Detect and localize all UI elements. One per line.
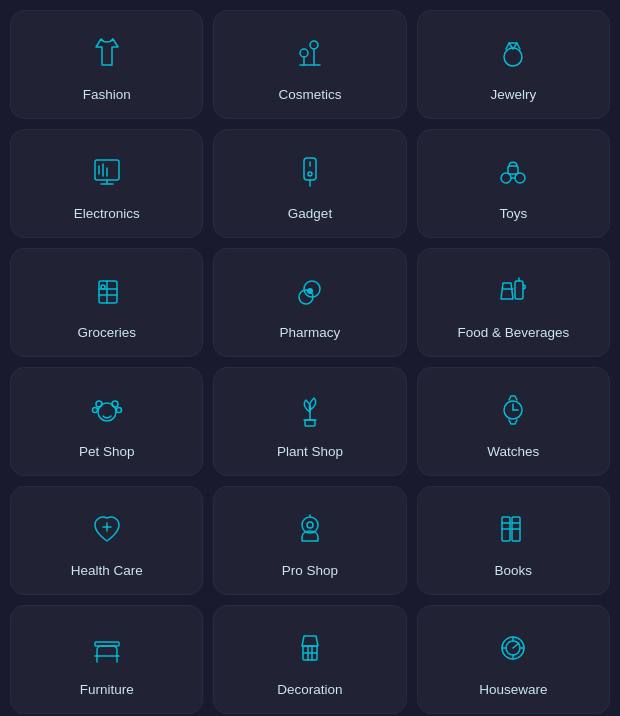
category-card-books[interactable]: Books: [417, 486, 610, 595]
category-label-houseware: Houseware: [479, 682, 547, 697]
category-card-watches[interactable]: Watches: [417, 367, 610, 476]
category-card-gadget[interactable]: Gadget: [213, 129, 406, 238]
category-card-furniture[interactable]: Furniture: [10, 605, 203, 714]
svg-point-29: [112, 401, 118, 407]
svg-point-28: [96, 401, 102, 407]
health-care-icon: [83, 505, 131, 553]
category-label-fashion: Fashion: [83, 87, 131, 102]
svg-rect-18: [508, 166, 518, 174]
svg-line-58: [513, 643, 519, 648]
category-label-food-beverages: Food & Beverages: [457, 325, 569, 340]
furniture-icon: [83, 624, 131, 672]
svg-point-14: [308, 172, 312, 176]
svg-rect-49: [95, 642, 119, 646]
svg-point-24: [307, 288, 313, 294]
category-card-toys[interactable]: Toys: [417, 129, 610, 238]
category-label-furniture: Furniture: [80, 682, 134, 697]
category-label-pharmacy: Pharmacy: [280, 325, 341, 340]
category-card-electronics[interactable]: Electronics: [10, 129, 203, 238]
category-label-electronics: Electronics: [74, 206, 140, 221]
fashion-icon: [83, 29, 131, 77]
category-label-plant-shop: Plant Shop: [277, 444, 343, 459]
food-beverages-icon: [489, 267, 537, 315]
houseware-icon: [489, 624, 537, 672]
watches-icon: [489, 386, 537, 434]
groceries-icon: [83, 267, 131, 315]
svg-point-0: [310, 41, 318, 49]
category-label-books: Books: [495, 563, 533, 578]
category-label-jewelry: Jewelry: [490, 87, 536, 102]
category-card-decoration[interactable]: Decoration: [213, 605, 406, 714]
pro-shop-icon: [286, 505, 334, 553]
category-label-pet-shop: Pet Shop: [79, 444, 135, 459]
jewelry-icon: [489, 29, 537, 77]
pharmacy-icon: [286, 267, 334, 315]
category-label-cosmetics: Cosmetics: [278, 87, 341, 102]
category-card-food-beverages[interactable]: Food & Beverages: [417, 248, 610, 357]
books-icon: [489, 505, 537, 553]
category-label-gadget: Gadget: [288, 206, 332, 221]
plant-shop-icon: [286, 386, 334, 434]
svg-point-30: [92, 408, 97, 413]
category-label-health-care: Health Care: [71, 563, 143, 578]
svg-point-31: [116, 408, 121, 413]
category-card-pharmacy[interactable]: Pharmacy: [213, 248, 406, 357]
category-grid: FashionCosmeticsJewelryElectronicsGadget…: [10, 10, 610, 714]
category-label-pro-shop: Pro Shop: [282, 563, 338, 578]
category-label-groceries: Groceries: [77, 325, 136, 340]
category-card-groceries[interactable]: Groceries: [10, 248, 203, 357]
toys-icon: [489, 148, 537, 196]
category-card-fashion[interactable]: Fashion: [10, 10, 203, 119]
svg-point-39: [307, 522, 313, 528]
decoration-icon: [286, 624, 334, 672]
pet-shop-icon: [83, 386, 131, 434]
electronics-icon: [83, 148, 131, 196]
svg-rect-19: [99, 281, 117, 303]
category-label-decoration: Decoration: [277, 682, 342, 697]
category-card-jewelry[interactable]: Jewelry: [417, 10, 610, 119]
svg-point-2: [300, 49, 308, 57]
category-label-toys: Toys: [499, 206, 527, 221]
category-label-watches: Watches: [487, 444, 539, 459]
category-card-health-care[interactable]: Health Care: [10, 486, 203, 595]
gadget-icon: [286, 148, 334, 196]
category-card-pet-shop[interactable]: Pet Shop: [10, 367, 203, 476]
cosmetics-icon: [286, 29, 334, 77]
category-card-houseware[interactable]: Houseware: [417, 605, 610, 714]
svg-point-5: [504, 48, 522, 66]
svg-rect-32: [305, 420, 315, 426]
category-card-cosmetics[interactable]: Cosmetics: [213, 10, 406, 119]
svg-rect-26: [515, 281, 523, 299]
category-card-plant-shop[interactable]: Plant Shop: [213, 367, 406, 476]
category-card-pro-shop[interactable]: Pro Shop: [213, 486, 406, 595]
